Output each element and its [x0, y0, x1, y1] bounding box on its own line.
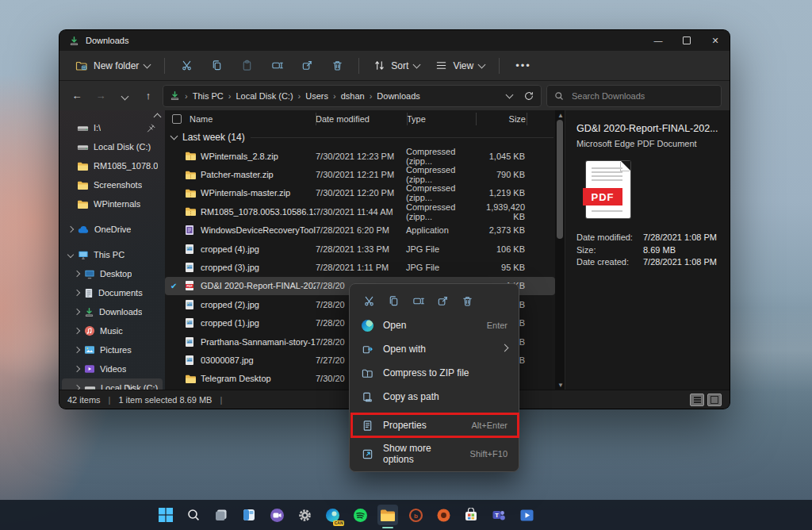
share-icon[interactable] — [437, 295, 449, 307]
copy-icon[interactable] — [388, 295, 400, 307]
maximize-button[interactable] — [672, 30, 701, 51]
refresh-icon[interactable] — [523, 90, 534, 102]
taskbar-b-ring-app-icon[interactable]: b — [405, 505, 426, 525]
sidebar-item-videos[interactable]: Videos — [62, 359, 163, 378]
menu-item-show-more-options[interactable]: Show more optionsShift+F10 — [354, 442, 515, 466]
sidebar-item-desktop[interactable]: Desktop — [62, 264, 163, 283]
forward-button[interactable]: → — [91, 90, 110, 102]
column-name[interactable]: Name — [165, 114, 316, 124]
cut-icon[interactable] — [363, 295, 375, 307]
taskbar-spotify-icon[interactable] — [350, 505, 370, 525]
list-item[interactable]: cropped (4).jpg7/28/2021 1:33 PMJPG File… — [165, 240, 555, 258]
delete-button[interactable] — [324, 56, 350, 76]
breadcrumb-segment[interactable]: Downloads — [377, 91, 419, 101]
sidebar-item-documents[interactable]: Documents — [62, 283, 163, 302]
details-view-button[interactable] — [690, 394, 704, 406]
column-divider[interactable] — [527, 113, 527, 125]
column-type[interactable]: Type — [407, 114, 476, 124]
sidebar-item-rm1085-1078-0[interactable]: RM1085_1078.0 — [62, 156, 163, 175]
list-item[interactable]: WPinternals_2.8.zip7/30/2021 12:23 PMCom… — [165, 147, 555, 165]
recent-locations-button[interactable] — [115, 90, 134, 102]
sidebar-item-local-disk-c-[interactable]: Local Disk (C:) — [62, 137, 163, 156]
expand-chevron-icon[interactable] — [67, 226, 74, 232]
sidebar-item-this-pc[interactable]: This PC — [62, 245, 163, 264]
new-folder-button[interactable]: New folder — [69, 56, 156, 76]
group-header[interactable]: Last week (14) — [165, 128, 565, 147]
share-button[interactable] — [293, 56, 320, 76]
paste-button[interactable] — [233, 56, 260, 76]
back-button[interactable]: ← — [67, 90, 86, 102]
scrollbar-thumb[interactable] — [557, 120, 563, 239]
column-divider[interactable] — [407, 113, 408, 125]
sidebar-item-screenshots[interactable]: Screenshots — [62, 175, 163, 194]
sidebar-item-onedrive[interactable]: OneDrive — [62, 220, 163, 239]
vertical-scrollbar[interactable]: ▲ ▼ — [555, 110, 565, 390]
title-bar[interactable]: Downloads — ✕ — [59, 30, 730, 51]
scroll-up-icon[interactable]: ▲ — [557, 112, 564, 119]
breadcrumb-segment[interactable]: This PC — [193, 91, 224, 101]
sidebar-item-pictures[interactable]: Pictures — [62, 340, 163, 359]
column-date-modified[interactable]: Date modified — [316, 114, 407, 124]
up-button[interactable]: ↑ — [139, 90, 158, 102]
breadcrumb-segment[interactable]: dshan — [341, 91, 365, 101]
taskbar-teams-icon[interactable]: T — [488, 505, 509, 525]
cut-button[interactable] — [173, 56, 200, 76]
breadcrumb-segment[interactable]: Local Disk (C:) — [236, 91, 293, 101]
taskbar-movies-tv-icon[interactable] — [516, 505, 537, 525]
list-item[interactable]: Patcher-master.zip7/30/2021 12:21 PMComp… — [165, 165, 555, 183]
menu-item-open[interactable]: OpenEnter — [354, 313, 515, 337]
menu-item-properties[interactable]: PropertiesAlt+Enter — [354, 413, 515, 437]
column-size[interactable]: Size — [476, 114, 526, 124]
taskbar-task-view-icon[interactable] — [211, 505, 232, 525]
search-box[interactable] — [546, 85, 722, 107]
breadcrumb[interactable]: ›This PC›Local Disk (C:)›Users›dshan›Dow… — [163, 85, 542, 107]
menu-item-copy-as-path[interactable]: Copy as path — [354, 385, 515, 409]
minimize-button[interactable]: — — [644, 30, 672, 51]
taskbar-start-icon[interactable] — [155, 505, 176, 525]
column-divider[interactable] — [476, 113, 477, 125]
expand-chevron-icon[interactable] — [74, 328, 80, 334]
taskbar-orange-app-icon[interactable] — [433, 505, 454, 525]
taskbar-file-explorer-icon[interactable] — [377, 505, 398, 525]
close-button[interactable]: ✕ — [701, 30, 730, 51]
expand-chevron-icon[interactable] — [74, 271, 80, 277]
more-options-button[interactable]: ••• — [508, 60, 539, 71]
taskbar-edge-canary-icon[interactable]: CAN — [322, 505, 343, 525]
sidebar-item-local-disk-c-[interactable]: Local Disk (C:) — [62, 378, 163, 390]
sidebar-item-downloads[interactable]: Downloads — [62, 302, 163, 321]
sidebar-item-wpinternals[interactable]: WPinternals — [62, 194, 163, 213]
row-checkbox[interactable]: ✔ — [165, 282, 185, 290]
expand-chevron-icon[interactable] — [67, 252, 74, 258]
collapse-group-icon[interactable] — [170, 132, 178, 140]
expand-chevron-icon[interactable] — [74, 366, 80, 372]
taskbar-search-icon[interactable] — [183, 505, 204, 525]
menu-item-open-with[interactable]: Open with — [354, 337, 515, 361]
rename-button[interactable] — [263, 56, 290, 76]
taskbar-widgets-icon[interactable] — [239, 505, 259, 525]
search-input[interactable] — [570, 90, 714, 102]
sidebar-item-i-[interactable]: I:\ — [62, 118, 163, 137]
rename-icon[interactable] — [412, 295, 424, 307]
expand-chevron-icon[interactable] — [74, 290, 80, 296]
expand-chevron-icon[interactable] — [74, 347, 80, 353]
list-item[interactable]: cropped (3).jpg7/28/2021 1:11 PMJPG File… — [165, 258, 555, 276]
list-item[interactable]: WindowsDeviceRecoveryToolInstaller (...7… — [165, 221, 555, 240]
taskbar-camera-app-icon[interactable] — [266, 505, 287, 525]
column-divider[interactable] — [316, 113, 316, 125]
list-item[interactable]: WPinternals-master.zip7/30/2021 12:20 PM… — [165, 184, 555, 202]
large-icons-view-button[interactable] — [707, 394, 722, 406]
chevron-down-icon[interactable] — [506, 90, 514, 98]
taskbar-microsoft-store-icon[interactable] — [461, 505, 481, 525]
list-item[interactable]: RM1085_1078.0053.10586.13169.12742....7/… — [165, 202, 555, 221]
view-button[interactable]: View — [429, 56, 491, 75]
taskbar-settings-icon[interactable] — [294, 505, 315, 525]
sidebar-item-music[interactable]: Music — [62, 321, 163, 340]
breadcrumb-segment[interactable]: Users — [305, 91, 328, 101]
expand-chevron-icon[interactable] — [74, 309, 80, 315]
copy-button[interactable] — [203, 56, 230, 76]
sort-button[interactable]: Sort — [367, 56, 426, 75]
menu-item-compress-to-zip-file[interactable]: Compress to ZIP file — [354, 361, 515, 385]
scroll-down-icon[interactable]: ▼ — [557, 382, 564, 389]
select-all-checkbox[interactable] — [172, 114, 182, 124]
delete-icon[interactable] — [462, 295, 473, 307]
